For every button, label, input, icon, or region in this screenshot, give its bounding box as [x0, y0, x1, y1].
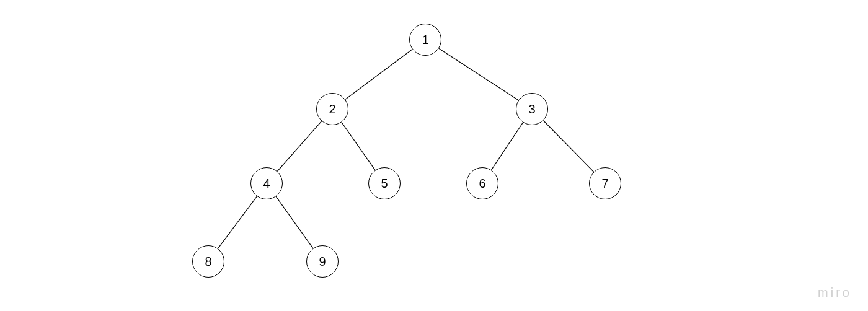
tree-node: 6 [466, 167, 498, 199]
tree-node: 2 [316, 93, 348, 125]
tree-edge [345, 50, 412, 100]
tree-node-label: 4 [263, 177, 270, 191]
watermark-logo: miro [818, 286, 852, 300]
tree-edge [543, 121, 594, 172]
tree-edge [439, 48, 518, 100]
tree-node-label: 6 [479, 177, 485, 191]
tree-node: 7 [589, 167, 621, 199]
tree-node-label: 5 [381, 177, 388, 191]
tree-node-label: 8 [205, 255, 211, 269]
tree-edge [342, 122, 375, 170]
tree-node: 9 [306, 245, 339, 278]
tree-node: 1 [409, 24, 441, 56]
tree-edge [491, 123, 523, 170]
tree-node: 4 [250, 167, 283, 199]
tree-node-label: 3 [528, 102, 535, 116]
tree-edge [276, 196, 313, 248]
tree-diagram: 123456789 [0, 0, 868, 311]
tree-node-label: 7 [601, 177, 608, 191]
tree-node-label: 9 [319, 255, 326, 269]
tree-node: 5 [368, 167, 401, 199]
tree-edge [218, 196, 257, 248]
tree-node: 3 [516, 93, 548, 125]
tree-node-label: 1 [422, 33, 428, 47]
tree-node: 8 [192, 245, 224, 278]
tree-node-label: 2 [329, 102, 335, 116]
tree-edge [277, 121, 322, 171]
